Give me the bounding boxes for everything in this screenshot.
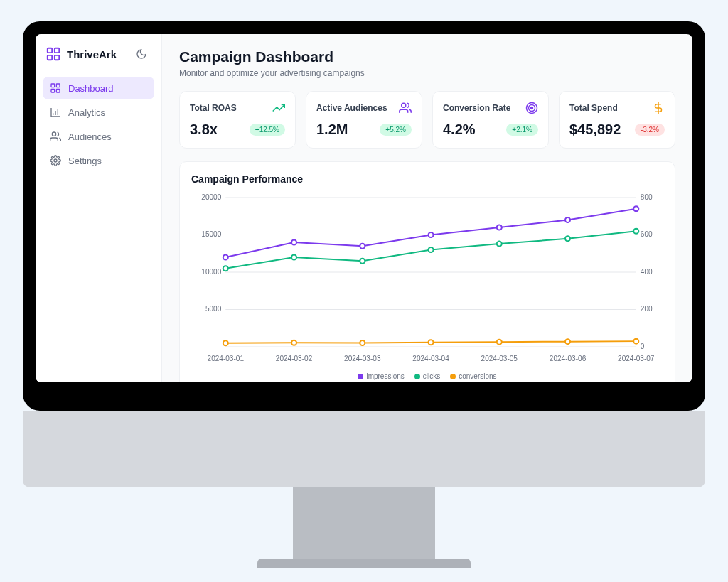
svg-point-43 [223, 266, 228, 271]
svg-point-56 [633, 339, 638, 344]
sidebar-nav: DashboardAnalyticsAudiencesSettings [43, 77, 154, 172]
legend-dot [450, 374, 456, 379]
svg-point-50 [223, 340, 228, 345]
users-icon [399, 102, 412, 114]
svg-point-37 [291, 240, 296, 245]
svg-point-9 [54, 159, 57, 162]
kpi-label: Total Spend [569, 103, 618, 113]
svg-point-45 [360, 259, 365, 264]
svg-text:15000: 15000 [201, 231, 221, 239]
svg-text:2024-03-05: 2024-03-05 [481, 355, 518, 362]
legend-item[interactable]: impressions [358, 372, 404, 380]
kpi-card: Active Audiences 1.2M +5.2% [306, 91, 422, 149]
svg-point-55 [565, 339, 570, 344]
svg-point-42 [633, 206, 638, 211]
moon-icon [136, 48, 147, 60]
sidebar-item-label: Analytics [68, 107, 105, 118]
page-title: Campaign Dashboard [179, 48, 675, 65]
svg-rect-6 [51, 89, 55, 92]
svg-text:400: 400 [641, 268, 653, 276]
kpi-label: Active Audiences [316, 103, 387, 113]
sidebar-item-label: Dashboard [68, 83, 114, 94]
legend-item[interactable]: conversions [450, 372, 496, 380]
dollar-icon [652, 102, 665, 114]
svg-text:2024-03-02: 2024-03-02 [276, 355, 313, 362]
svg-text:2024-03-07: 2024-03-07 [618, 355, 655, 362]
svg-point-40 [497, 225, 502, 230]
svg-text:0: 0 [641, 343, 645, 350]
svg-point-39 [429, 232, 434, 237]
svg-point-51 [291, 340, 296, 345]
svg-text:5000: 5000 [205, 306, 222, 313]
svg-rect-2 [48, 55, 52, 60]
sidebar-item-audiences[interactable]: Audiences [43, 125, 154, 148]
svg-text:2024-03-03: 2024-03-03 [344, 355, 381, 362]
legend-item[interactable]: clicks [414, 372, 440, 380]
kpi-value: $45,892 [569, 122, 621, 138]
kpi-delta-badge: -3.2% [635, 124, 665, 136]
chart-legend: impressionsclicksconversions [191, 372, 663, 380]
monitor-mockup: ThriveArk DashboardAnalyticsAudiencesSet… [23, 21, 705, 568]
svg-point-38 [360, 244, 365, 249]
svg-rect-3 [55, 55, 59, 60]
kpi-value: 1.2M [316, 122, 348, 138]
sidebar-item-settings[interactable]: Settings [43, 149, 154, 172]
svg-point-52 [360, 340, 365, 345]
kpi-delta-badge: +12.5% [250, 124, 285, 136]
sidebar: ThriveArk DashboardAnalyticsAudiencesSet… [36, 34, 162, 382]
svg-rect-0 [48, 48, 52, 53]
kpi-delta-badge: +5.2% [380, 124, 412, 136]
legend-dot [358, 374, 363, 379]
analytics-icon [50, 107, 61, 118]
svg-text:2024-03-04: 2024-03-04 [412, 355, 449, 362]
svg-point-47 [497, 242, 502, 247]
svg-text:2024-03-06: 2024-03-06 [550, 355, 587, 362]
brand-name: ThriveArk [67, 48, 117, 60]
kpi-delta-badge: +2.1% [506, 124, 538, 136]
legend-label: clicks [423, 372, 440, 380]
svg-point-8 [52, 132, 55, 136]
svg-point-53 [429, 340, 434, 345]
svg-point-46 [429, 247, 434, 252]
svg-point-44 [291, 255, 296, 260]
dashboard-icon [50, 82, 61, 94]
page-subtitle: Monitor and optimize your advertising ca… [179, 68, 675, 78]
chart-card: Campaign Performance 5000100001500020000… [179, 161, 675, 382]
svg-text:10000: 10000 [201, 268, 221, 276]
kpi-card: Conversion Rate 4.2% +2.1% [432, 91, 549, 149]
main-content: Campaign Dashboard Monitor and optimize … [162, 34, 692, 382]
svg-point-54 [497, 340, 502, 345]
campaign-performance-chart: 500010000150002000002004006008002024-03-… [191, 190, 663, 368]
chart-title: Campaign Performance [191, 173, 663, 185]
kpi-row: Total ROAS 3.8x +12.5% Active Audiences … [179, 91, 675, 149]
brand-logo[interactable]: ThriveArk [46, 46, 117, 62]
svg-text:200: 200 [641, 306, 653, 313]
kpi-card: Total ROAS 3.8x +12.5% [179, 91, 296, 149]
svg-rect-5 [56, 84, 60, 87]
sidebar-item-label: Audiences [68, 131, 112, 142]
kpi-value: 4.2% [443, 122, 476, 138]
kpi-label: Conversion Rate [443, 103, 510, 113]
svg-rect-1 [55, 48, 59, 53]
audiences-icon [50, 131, 61, 142]
trend-icon [272, 102, 285, 114]
svg-point-41 [565, 217, 570, 222]
svg-point-10 [402, 103, 406, 107]
svg-rect-7 [56, 89, 60, 92]
legend-label: impressions [366, 372, 404, 380]
kpi-card: Total Spend $45,892 -3.2% [559, 91, 675, 149]
svg-point-13 [531, 107, 533, 109]
svg-text:600: 600 [641, 231, 653, 239]
target-icon [525, 102, 538, 114]
sidebar-item-analytics[interactable]: Analytics [43, 101, 154, 124]
kpi-label: Total ROAS [190, 103, 237, 113]
svg-point-48 [565, 236, 570, 241]
settings-icon [50, 155, 61, 166]
theme-toggle[interactable] [132, 44, 151, 64]
legend-label: conversions [459, 372, 496, 380]
svg-text:20000: 20000 [201, 193, 221, 201]
sidebar-item-dashboard[interactable]: Dashboard [43, 77, 154, 99]
app-screen: ThriveArk DashboardAnalyticsAudiencesSet… [36, 34, 692, 382]
kpi-value: 3.8x [190, 122, 218, 138]
svg-text:2024-03-01: 2024-03-01 [208, 355, 245, 362]
